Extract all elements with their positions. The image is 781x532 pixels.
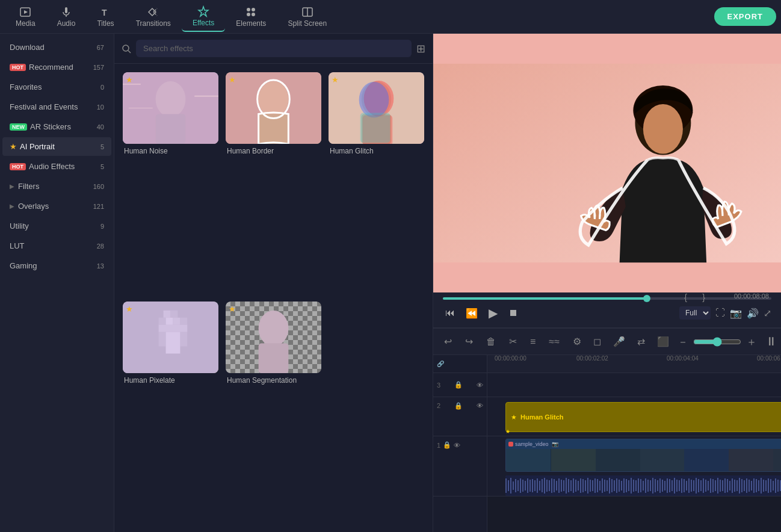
sidebar-item-audio-effects[interactable]: HOT Audio Effects 5 — [2, 157, 111, 176]
effect-card-human-border[interactable]: ★ Human Border — [226, 72, 321, 294]
sidebar-item-utility[interactable]: Utility 9 — [2, 217, 111, 235]
link-icon[interactable]: 🔗 — [437, 360, 444, 367]
play-button[interactable]: ▶ — [486, 303, 500, 323]
effect-card-human-pixelate[interactable]: ★ Hum — [123, 302, 218, 524]
svg-rect-106 — [640, 479, 641, 492]
caption-button[interactable]: ⬛ — [653, 333, 673, 350]
sidebar-item-ai-portrait[interactable]: ★ AI Portrait 5 — [2, 137, 111, 156]
waveform-button[interactable]: ≈≈ — [545, 334, 563, 350]
redo-button[interactable]: ↪ — [461, 333, 477, 350]
track-2-eye[interactable]: 👁 — [477, 402, 483, 409]
svg-rect-31 — [360, 113, 390, 143]
progress-bar[interactable]: { } 00:00:08:08 — [443, 297, 771, 300]
mic-button[interactable]: 🎤 — [610, 333, 629, 350]
nav-media[interactable]: Media — [5, 2, 46, 31]
timecode-display: 00:00:08:08 — [734, 292, 769, 300]
svg-rect-80 — [578, 481, 579, 490]
sidebar-item-festival[interactable]: Festival and Events 10 — [2, 97, 111, 116]
volume-icon[interactable]: 🔊 — [747, 308, 759, 319]
svg-rect-111 — [652, 478, 653, 493]
transition-button[interactable]: ⇄ — [634, 333, 649, 350]
svg-rect-152 — [751, 481, 752, 490]
export-button[interactable]: EXPORT — [714, 7, 776, 26]
nav-titles[interactable]: T Titles — [86, 2, 125, 31]
svg-rect-99 — [623, 478, 625, 493]
settings-button[interactable]: ⚙ — [569, 333, 585, 350]
svg-rect-63 — [537, 478, 538, 493]
zoom-in-button[interactable]: ＋ — [746, 335, 757, 349]
preview-video — [433, 34, 781, 292]
delete-button[interactable]: 🗑 — [483, 334, 499, 350]
svg-rect-2 — [65, 7, 67, 13]
stop-button[interactable]: ⏹ — [506, 305, 520, 321]
effect-name-human-pixelate: Human Pixelate — [123, 373, 218, 386]
fit-screen-icon[interactable]: ⛶ — [715, 308, 725, 318]
nav-transitions[interactable]: Transitions — [125, 2, 182, 31]
grid-view-icon[interactable]: ⊞ — [416, 42, 425, 55]
top-nav: Media Audio T Titles Transitions Effects… — [0, 0, 781, 34]
effect-clip-label: Human Glitch — [520, 413, 564, 421]
screenshot-icon[interactable]: 📷 — [730, 308, 742, 319]
sidebar-item-download[interactable]: Download 67 — [2, 38, 111, 57]
track-3-lock[interactable]: 🔒 — [454, 381, 463, 389]
track-2-row[interactable]: ★ Human Glitch ★ — [487, 397, 781, 436]
svg-rect-113 — [657, 480, 658, 491]
nav-split-screen[interactable]: Split Screen — [277, 2, 338, 31]
effect-card-human-glitch[interactable]: ★ Human Glitch — [329, 72, 424, 294]
svg-rect-134 — [708, 481, 709, 490]
undo-button[interactable]: ↩ — [440, 333, 455, 350]
svg-rect-91 — [604, 480, 605, 492]
effect-clip-human-glitch[interactable]: ★ Human Glitch — [505, 402, 781, 432]
svg-rect-54 — [515, 479, 516, 492]
zoom-slider[interactable] — [693, 337, 741, 347]
effect-card-human-noise[interactable]: ★ Human Noise — [123, 72, 218, 294]
sidebar-item-favorites[interactable]: Favorites 0 — [2, 78, 111, 96]
svg-rect-123 — [681, 478, 682, 493]
nav-elements[interactable]: Elements — [225, 2, 277, 31]
sidebar-item-overlays[interactable]: ▶ Overlays 121 — [2, 197, 111, 215]
svg-rect-128 — [693, 480, 694, 491]
audio-adjust-button[interactable]: ≡ — [526, 334, 539, 350]
track-3-row[interactable] — [487, 373, 781, 397]
track-label-3: 3 🔒 👁 — [433, 373, 487, 397]
track-2-lock[interactable]: 🔒 — [454, 402, 463, 410]
sidebar-item-lut[interactable]: LUT 28 — [2, 237, 111, 255]
svg-rect-149 — [744, 480, 745, 491]
track-1-row[interactable]: sample_video 📷 — [487, 436, 781, 496]
nav-audio[interactable]: Audio — [46, 2, 87, 31]
sidebar-item-gaming[interactable]: Gaming 13 — [2, 256, 111, 275]
track-1-lock[interactable]: 🔒 — [443, 441, 451, 449]
ruler-mark-1: 00:00:02:02 — [576, 355, 608, 362]
sidebar-item-filters[interactable]: ▶ Filters 160 — [2, 177, 111, 196]
effect-name-human-glitch: Human Glitch — [329, 144, 424, 156]
step-back-button[interactable]: ⏪ — [463, 305, 480, 321]
svg-rect-56 — [520, 478, 521, 493]
svg-rect-121 — [676, 480, 678, 492]
video-clip-left[interactable]: sample_video 📷 — [505, 439, 781, 472]
progress-thumb[interactable] — [643, 295, 650, 302]
svg-text:T: T — [102, 8, 107, 17]
zoom-out-button[interactable]: － — [678, 335, 688, 349]
cut-button[interactable]: ✂ — [505, 333, 520, 350]
pause-timeline-button[interactable]: ⏸ — [762, 332, 781, 351]
effect-thumb-human-noise: ★ — [123, 72, 218, 144]
timeline-toolbar: ↩ ↪ 🗑 ✂ ≡ ≈≈ ⚙ ◻ 🎤 ⇄ ⬛ － ＋ ⏸ — [433, 329, 781, 355]
mask-button[interactable]: ◻ — [590, 333, 605, 350]
skip-back-frame-button[interactable]: ⏮ — [443, 305, 457, 321]
sidebar-item-ar-stickers[interactable]: NEW AR Stickers 40 — [2, 117, 111, 136]
svg-rect-139 — [720, 480, 721, 492]
svg-rect-61 — [532, 479, 533, 492]
track-1-eye[interactable]: 👁 — [454, 442, 460, 449]
search-input[interactable] — [136, 40, 412, 57]
effect-card-human-segmentation[interactable]: ★ Human Segmentation — [226, 302, 321, 524]
bracket-in[interactable]: { — [684, 292, 687, 302]
fullscreen-icon[interactable]: ⤢ — [764, 308, 771, 319]
svg-point-12 — [123, 45, 129, 51]
track-3-eye[interactable]: 👁 — [477, 382, 483, 389]
bracket-out[interactable]: } — [702, 292, 705, 302]
sidebar-item-recommend[interactable]: HOT Recommend 157 — [2, 58, 111, 76]
quality-select[interactable]: Full — [679, 306, 711, 320]
svg-rect-62 — [534, 480, 536, 491]
nav-effects[interactable]: Effects — [182, 2, 225, 32]
svg-rect-156 — [761, 478, 762, 493]
